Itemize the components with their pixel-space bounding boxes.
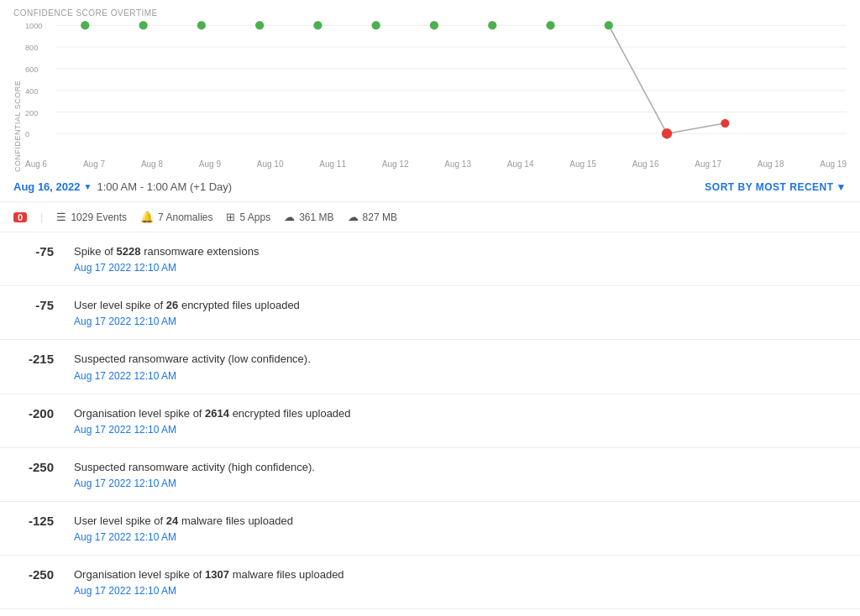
svg-point-22 (662, 128, 672, 138)
event-time: Aug 17 2022 12:10 AM (74, 370, 847, 382)
chart-wrapper: CONFIDENTIAL SCORE 1000 800 600 400 200 … (13, 21, 847, 172)
event-title: User level spike of 24 malware files upl… (74, 514, 847, 529)
event-title: Organisation level spike of 1307 malware… (74, 567, 847, 582)
svg-text:0: 0 (25, 130, 29, 138)
event-title: User level spike of 26 encrypted files u… (74, 298, 847, 313)
svg-point-18 (430, 21, 438, 29)
events-count: 1029 Events (71, 211, 127, 223)
x-label-aug11: Aug 11 (319, 159, 346, 169)
event-time: Aug 17 2022 12:10 AM (74, 316, 847, 327)
event-row: -215Suspected ransomware activity (low c… (0, 340, 860, 394)
mb2-value: 827 MB (363, 211, 397, 223)
svg-point-19 (488, 21, 496, 29)
event-title: Suspected ransomware activity (low confi… (74, 352, 847, 367)
event-time: Aug 17 2022 12:10 AM (74, 424, 847, 436)
event-row: -75Spike of 5228 ransomware extensionsAu… (0, 232, 860, 286)
event-row: -250Organisation level spike of 1307 mal… (0, 556, 860, 609)
events-list: -75Spike of 5228 ransomware extensionsAu… (0, 232, 860, 609)
stat-mb2: ☁ 827 MB (348, 211, 397, 223)
events-icon: ☰ (56, 211, 66, 223)
cloud2-icon: ☁ (348, 211, 359, 223)
event-content: Suspected ransomware activity (low confi… (74, 352, 847, 381)
stat-anomalies: 🔔 7 Anomalies (140, 211, 212, 223)
stat-mb1: ☁ 361 MB (284, 211, 333, 223)
chart-x-labels: Aug 6 Aug 7 Aug 8 Aug 9 Aug 10 Aug 11 Au… (25, 158, 847, 169)
svg-text:600: 600 (25, 65, 38, 74)
x-label-aug17: Aug 17 (695, 159, 721, 169)
chart-y-label: CONFIDENTIAL SCORE (13, 21, 22, 172)
event-time: Aug 17 2022 12:10 AM (74, 585, 847, 597)
x-label-aug12: Aug 12 (382, 159, 409, 169)
svg-point-17 (372, 21, 380, 29)
event-title: Spike of 5228 ransomware extensions (74, 244, 847, 259)
anomalies-icon: 🔔 (140, 211, 154, 223)
x-label-aug7: Aug 7 (83, 159, 105, 169)
event-score: -200 (13, 406, 54, 420)
chart-svg: 1000 800 600 400 200 0 (25, 21, 847, 155)
svg-point-21 (605, 21, 613, 29)
svg-point-16 (313, 21, 322, 29)
anomalies-count: 7 Anomalies (158, 211, 212, 223)
event-score: -250 (13, 460, 54, 474)
event-time: Aug 17 2022 12:10 AM (74, 262, 847, 274)
x-label-aug15: Aug 15 (569, 159, 596, 169)
stat-alert: 0 (13, 212, 27, 222)
event-row: -200Organisation level spike of 2614 enc… (0, 394, 860, 448)
x-label-aug13: Aug 13 (444, 159, 471, 169)
svg-text:1000: 1000 (25, 22, 42, 30)
event-score: -215 (13, 352, 54, 366)
time-range: 1:00 AM - 1:00 AM (+1 Day) (97, 180, 232, 193)
x-label-aug16: Aug 16 (632, 159, 659, 169)
event-title: Organisation level spike of 2614 encrypt… (74, 406, 847, 421)
svg-point-14 (197, 21, 206, 29)
apps-count: 5 Apps (239, 211, 270, 223)
filter-bar: Aug 16, 2022 ▼ 1:00 AM - 1:00 AM (+1 Day… (0, 172, 860, 202)
date-value: Aug 16, 2022 (13, 180, 81, 193)
x-label-aug8: Aug 8 (141, 159, 163, 169)
x-label-aug10: Aug 10 (257, 159, 284, 169)
event-score: -75 (13, 244, 54, 258)
event-title: Suspected ransomware activity (high conf… (74, 460, 847, 475)
event-row: -125User level spike of 24 malware files… (0, 502, 860, 556)
x-label-aug18: Aug 18 (758, 159, 784, 169)
event-content: Organisation level spike of 2614 encrypt… (74, 406, 847, 436)
x-label-aug6: Aug 6 (25, 159, 47, 169)
svg-point-15 (255, 21, 264, 29)
chart-area: 1000 800 600 400 200 0 (25, 21, 847, 172)
event-row: -250Suspected ransomware activity (high … (0, 448, 860, 502)
filter-left: Aug 16, 2022 ▼ 1:00 AM - 1:00 AM (+1 Day… (13, 180, 232, 193)
event-score: -125 (13, 514, 54, 528)
date-dropdown-icon: ▼ (84, 182, 92, 191)
svg-point-13 (139, 21, 147, 29)
main-container: CONFIDENCE SCORE OVERTIME CONFIDENTIAL S… (0, 0, 860, 616)
alert-badge: 0 (13, 212, 27, 222)
sort-button[interactable]: SORT BY MOST RECENT ▼ (705, 181, 847, 193)
chart-section: CONFIDENCE SCORE OVERTIME CONFIDENTIAL S… (0, 0, 860, 172)
event-content: User level spike of 26 encrypted files u… (74, 298, 847, 327)
stat-events: ☰ 1029 Events (56, 211, 127, 223)
event-content: Suspected ransomware activity (high conf… (74, 460, 847, 489)
x-label-aug9: Aug 9 (199, 159, 221, 169)
svg-text:400: 400 (25, 87, 38, 96)
stat-apps: ⊞ 5 Apps (226, 211, 270, 223)
apps-icon: ⊞ (226, 211, 235, 223)
svg-point-12 (81, 21, 89, 29)
mb1-value: 361 MB (299, 211, 333, 223)
event-time: Aug 17 2022 12:10 AM (74, 531, 847, 543)
date-selector[interactable]: Aug 16, 2022 ▼ (13, 180, 92, 193)
x-label-aug19: Aug 19 (820, 159, 847, 169)
x-label-aug14: Aug 14 (507, 159, 534, 169)
svg-point-23 (721, 119, 729, 128)
cloud1-icon: ☁ (284, 211, 295, 223)
svg-point-20 (546, 21, 554, 29)
stats-bar: 0 | ☰ 1029 Events 🔔 7 Anomalies ⊞ 5 Apps… (0, 202, 860, 232)
sort-label: SORT BY MOST RECENT (705, 181, 833, 193)
svg-text:800: 800 (25, 44, 38, 52)
event-score: -75 (13, 298, 54, 312)
event-content: Organisation level spike of 1307 malware… (74, 567, 847, 597)
sort-arrow-icon: ▼ (836, 181, 847, 193)
event-content: User level spike of 24 malware files upl… (74, 514, 847, 543)
event-score: -250 (13, 567, 54, 582)
event-content: Spike of 5228 ransomware extensionsAug 1… (74, 244, 847, 274)
chart-title: CONFIDENCE SCORE OVERTIME (13, 8, 847, 18)
